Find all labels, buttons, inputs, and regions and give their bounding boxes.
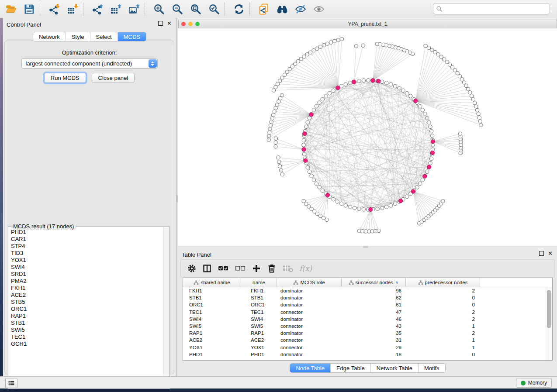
hide-selected-button[interactable] [293,2,308,17]
search-input[interactable] [444,4,547,14]
cell-predecessor-nodes: 0 [406,295,480,300]
copy-network-button[interactable] [256,2,271,17]
mcds-list-scrollbar[interactable] [163,227,169,388]
zoom-selected-button[interactable] [207,2,221,17]
criterion-dropdown[interactable]: largest connected component (undirected) [21,58,158,69]
memory-button[interactable]: Memory [516,378,552,388]
mcds-result-item[interactable]: RAP1 [9,313,163,320]
close-panel-button[interactable]: Close panel [92,73,135,83]
float-table-panel-icon[interactable] [539,251,544,256]
mcds-result-item[interactable]: CAR1 [9,236,163,243]
tab-select[interactable]: Select [90,32,118,41]
settings-gear-icon [187,264,196,273]
show-columns-button[interactable] [203,264,211,273]
function-builder-icon: f(x) [299,264,312,273]
close-panel-icon[interactable]: ✕ [167,21,172,26]
table-row[interactable]: STB1STB1dominator620 [183,294,552,301]
table-tab-edge-table[interactable]: Edge Table [330,364,370,372]
export-image-icon [128,3,140,15]
table-scrollbar-thumb[interactable] [547,290,551,328]
add-column-icon [252,264,261,273]
export-network-button[interactable] [90,2,105,17]
table-tab-motifs[interactable]: Motifs [418,364,445,372]
deselect-all-button[interactable] [235,264,246,273]
mcds-result-item[interactable]: ACE2 [9,292,163,299]
export-table-button[interactable] [108,2,123,17]
mcds-result-item[interactable]: STB1 [9,320,163,327]
save-session-button[interactable] [22,2,37,17]
table-tab-network-table[interactable]: Network Table [370,364,418,372]
memory-button-label: Memory [528,380,547,386]
mcds-result-item[interactable]: STP4 [9,243,163,250]
zoom-fit-button[interactable] [188,2,203,17]
tab-mcds[interactable]: MCDS [118,32,146,41]
table-row[interactable]: PHD1PHD1dominator180 [183,351,552,358]
close-table-panel-icon[interactable]: ✕ [548,251,553,256]
mcds-result-item[interactable]: PHD1 [9,229,163,236]
select-all-button[interactable] [218,264,228,273]
cell-shared-name: PHD1 [183,352,241,357]
export-image-button[interactable] [127,2,142,17]
delete-columns-button[interactable] [267,264,276,273]
network-canvas[interactable] [178,28,557,246]
settings-gear-button[interactable] [187,264,196,273]
cell-successor-nodes: 47 [342,309,406,315]
table-row[interactable]: ACE2ACE2connector311 [183,337,552,344]
column-header-name[interactable]: name [241,278,277,287]
table-tab-node-table[interactable]: Node Table [290,364,330,372]
show-panels-button[interactable] [5,378,17,388]
table-row[interactable]: RAP1RAP1dominator352 [183,330,552,337]
cell-shared-name: SWI4 [183,316,241,322]
cell-successor-nodes: 43 [342,323,406,329]
column-header-MCDS-role[interactable]: MCDS role [277,278,342,287]
optimization-criterion-label: Optimization criterion: [5,49,174,56]
copy-network-icon [258,3,270,15]
import-table-button[interactable] [65,2,80,17]
first-neighbors-button[interactable] [275,2,290,17]
table-row[interactable]: TEC1TEC1connector472 [183,309,552,316]
table-panel: Table Panel ✕ f(x) shared namenameMCDS r… [178,248,557,376]
table-row[interactable]: ORC1ORC1dominator610 [183,301,552,308]
status-bar: Memory [0,376,557,389]
cell-predecessor-nodes: 0 [406,352,480,357]
run-mcds-button[interactable]: Run MCDS [44,73,86,83]
network-window-titlebar[interactable]: YPA_prune.txt_1 [178,20,557,28]
float-panel-icon[interactable] [158,21,163,26]
table-row[interactable]: SWI4SWI4dominator462 [183,316,552,323]
mcds-result-item[interactable]: SWI4 [9,264,163,271]
table-scrollbar[interactable] [546,287,552,360]
refresh-layout-button[interactable] [232,2,246,17]
mcds-result-item[interactable]: TEC1 [9,334,163,340]
delete-columns-icon [267,264,276,273]
main-toolbar [0,0,557,18]
mcds-result-item[interactable]: YOX1 [9,257,163,264]
cell-predecessor-nodes: 1 [406,323,480,329]
mcds-result-item[interactable]: SRD1 [9,271,163,278]
cell-shared-name: FKH1 [183,288,241,293]
open-file-button[interactable] [3,2,18,17]
column-header-successor-nodes[interactable]: successor nodes∨ [342,278,406,287]
column-header-predecessor-nodes[interactable]: predecessor nodes [406,278,480,287]
cell-successor-nodes: 29 [342,345,406,350]
table-row[interactable]: YOX1YOX1connector291 [183,344,552,351]
add-column-button[interactable] [252,264,261,273]
cell-shared-name: TEC1 [183,309,241,315]
mcds-result-item[interactable]: STB5 [9,299,163,306]
column-header-shared-name[interactable]: shared name [183,278,241,287]
zoom-in-button[interactable] [152,2,166,17]
import-network-button[interactable] [47,2,62,17]
mcds-result-item[interactable]: SWI5 [9,327,163,334]
cell-name: PHD1 [241,352,277,357]
table-row[interactable]: FKH1FKH1dominator962 [183,287,552,294]
table-row[interactable]: SWI5SWI5connector431 [183,323,552,330]
mcds-result-item[interactable]: ORC1 [9,306,163,313]
show-all-button[interactable] [311,2,326,17]
mcds-result-item[interactable]: PMA2 [9,278,163,285]
mcds-result-item[interactable]: GCR1 [9,340,163,347]
tab-style[interactable]: Style [66,32,90,41]
zoom-out-button[interactable] [170,2,185,17]
mcds-result-item[interactable]: TID3 [9,250,163,257]
tab-network[interactable]: Network [33,32,66,41]
mcds-result-item[interactable]: FKH1 [9,285,163,292]
refresh-layout-icon [233,3,245,15]
